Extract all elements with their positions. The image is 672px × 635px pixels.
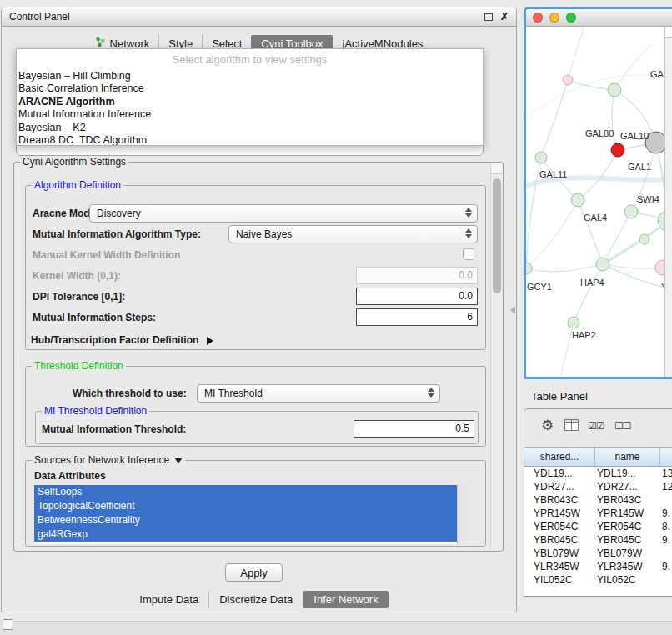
network-edge[interactable]	[612, 90, 618, 150]
network-edge[interactable]	[526, 264, 603, 272]
attribute-item[interactable]: SelfLoops	[34, 485, 457, 499]
network-edge[interactable]	[541, 80, 568, 158]
table-row[interactable]: YBL079WYBL079W	[524, 547, 672, 560]
table-cell[interactable]: YBR043C	[595, 493, 660, 507]
zoom-traffic-light[interactable]	[566, 12, 576, 22]
table-cell[interactable]: YDR27...	[524, 480, 595, 493]
table-cell[interactable]: 9.	[660, 560, 672, 573]
table-cell[interactable]: YBL079W	[524, 547, 595, 560]
minimize-traffic-light[interactable]	[549, 12, 559, 22]
network-edge[interactable]	[568, 27, 586, 80]
table-cell[interactable]	[660, 573, 672, 587]
network-node[interactable]	[608, 83, 621, 97]
table-cell[interactable]: YBL079W	[595, 547, 660, 560]
table-row[interactable]: YDL19...YDL19...13	[524, 467, 672, 480]
table-cell[interactable]: 8.	[660, 520, 672, 533]
table-cell[interactable]: YDL19...	[595, 467, 660, 480]
network-scrollbar[interactable]	[664, 27, 672, 377]
attribute-item[interactable]: TopologicalCoefficient	[34, 499, 457, 513]
network-edge[interactable]	[578, 200, 603, 264]
scrollbar-thumb[interactable]	[493, 178, 501, 293]
checked-pair-icon[interactable]: ☑☑	[588, 420, 604, 432]
which-threshold-select[interactable]: MI Threshold	[197, 384, 440, 402]
network-node[interactable]	[571, 193, 584, 207]
network-node[interactable]	[639, 234, 649, 244]
table-row[interactable]: YBR045CYBR045C9.	[524, 533, 672, 547]
mi-threshold-field[interactable]: 0.5	[354, 420, 474, 438]
hub-definition-toggle[interactable]: Hub/Transcription Factor Definition	[31, 334, 213, 346]
table-cell[interactable]: YER054C	[595, 520, 660, 533]
table-cell[interactable]: YDR27...	[595, 480, 660, 493]
attribute-item[interactable]: gal4RGexp	[34, 528, 457, 542]
table-cell[interactable]	[660, 547, 672, 560]
list-scrollbar[interactable]	[457, 485, 467, 544]
table-cell[interactable]: 12	[660, 480, 672, 493]
tab-discretize-data[interactable]: Discretize Data	[208, 591, 303, 608]
apply-button[interactable]: Apply	[225, 563, 283, 582]
settings-scrollbar[interactable]	[490, 163, 502, 550]
close-traffic-light[interactable]	[533, 12, 543, 22]
table-cell[interactable]: 9.	[660, 507, 672, 520]
columns-icon[interactable]	[564, 419, 579, 434]
table-row[interactable]: YBR043CYBR043C	[524, 493, 672, 507]
network-node[interactable]	[624, 205, 638, 218]
network-edge[interactable]	[526, 75, 664, 127]
network-edge[interactable]	[526, 200, 578, 268]
table-cell[interactable]: YBR045C	[595, 533, 660, 547]
table-cell[interactable]	[660, 493, 672, 507]
table-cell[interactable]: YBR045C	[524, 533, 595, 547]
aracne-mode-select[interactable]: Discovery	[89, 204, 478, 222]
dropdown-item[interactable]: Bayesian – K2	[17, 122, 483, 134]
panel-corner-icon[interactable]	[3, 619, 13, 630]
column-header-name[interactable]: name	[595, 448, 660, 466]
network-node[interactable]	[596, 258, 609, 271]
table-row[interactable]: YIL052CYIL052C	[524, 573, 672, 587]
splitter-collapse-icon[interactable]	[510, 306, 515, 314]
tab-impute-data[interactable]: Impute Data	[129, 591, 208, 608]
table-cell[interactable]: YDL19...	[524, 467, 595, 480]
network-canvas[interactable]: GALGAL80GAL10GAL11GAL1SWI4GAL4GCY1HAP4YH…	[526, 27, 672, 377]
dpi-tolerance-field[interactable]: 0.0	[356, 288, 478, 305]
close-icon[interactable]: ✗	[500, 12, 509, 22]
table-cell[interactable]: YBR043C	[524, 493, 595, 507]
sources-toggle[interactable]: Sources for Network Inference	[32, 454, 185, 466]
column-header-shared-name[interactable]: shared...	[524, 448, 595, 466]
table-cell[interactable]: 9.	[660, 533, 672, 547]
table-cell[interactable]: YLR345W	[524, 560, 595, 573]
network-node[interactable]	[526, 262, 532, 274]
dropdown-item[interactable]: Basic Correlation Inference	[17, 82, 483, 95]
tab-infer-network[interactable]: Infer Network	[303, 591, 388, 608]
attribute-item[interactable]: BetweennessCentrality	[34, 513, 457, 528]
table-cell[interactable]: 13	[660, 467, 672, 480]
dropdown-item-selected[interactable]: ARACNE Algorithm	[17, 96, 483, 108]
scroll-button[interactable]	[665, 27, 672, 38]
restore-icon[interactable]	[484, 13, 493, 21]
table-cell[interactable]: YIL052C	[524, 573, 595, 587]
dropdown-item[interactable]: Mutual Information Inference	[17, 108, 483, 121]
network-node[interactable]	[611, 143, 624, 157]
scroll-up-button[interactable]	[491, 163, 502, 174]
network-edge[interactable]	[603, 221, 664, 264]
table-row[interactable]: YER054CYER054C8.	[524, 520, 672, 533]
network-edge[interactable]	[614, 45, 651, 90]
table-cell[interactable]: YPR145W	[524, 507, 595, 520]
mi-algorithm-type-select[interactable]: Naive Bayes	[228, 225, 478, 243]
table-row[interactable]: YDR27...YDR27...12	[524, 480, 672, 493]
unchecked-pair-icon[interactable]: ☐☐	[614, 420, 631, 432]
column-header-cut[interactable]	[660, 448, 672, 466]
mi-steps-field[interactable]: 6	[356, 308, 478, 326]
network-node[interactable]	[563, 75, 573, 85]
gear-icon[interactable]: ⚙	[541, 417, 554, 434]
network-node[interactable]	[568, 317, 579, 328]
network-edge[interactable]	[578, 150, 618, 200]
table-cell[interactable]: YER054C	[524, 520, 595, 533]
table-cell[interactable]: YPR145W	[595, 507, 660, 520]
network-node[interactable]	[535, 152, 547, 163]
table-row[interactable]: YPR145WYPR145W9.	[524, 507, 672, 520]
table-row[interactable]: YLR345WYLR345W9.	[524, 560, 672, 573]
dropdown-item[interactable]: Dream8 DC_TDC Algorithm	[17, 134, 483, 146]
table-cell[interactable]: YLR345W	[595, 560, 660, 573]
table-cell[interactable]: YIL052C	[595, 573, 660, 587]
network-node[interactable]	[655, 260, 664, 275]
network-edge[interactable]	[574, 264, 603, 322]
